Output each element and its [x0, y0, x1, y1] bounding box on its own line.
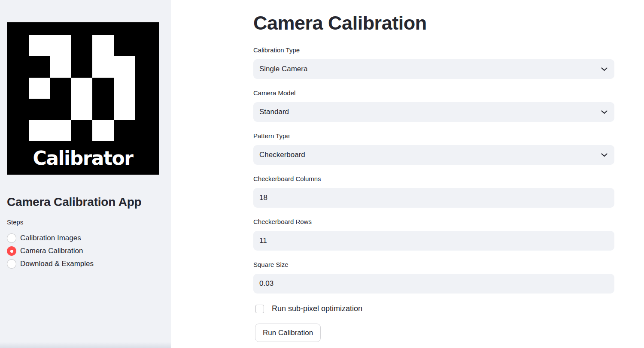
selected-value: Standard — [259, 108, 289, 116]
field-checkerboard-rows: Checkerboard Rows — [253, 218, 614, 251]
subpixel-checkbox-label[interactable]: Run sub-pixel optimization — [272, 304, 362, 313]
square-size-input[interactable] — [253, 274, 614, 294]
radio-label[interactable]: Download & Examples — [20, 260, 94, 268]
app-window: Calibrator Camera Calibration App Steps … — [0, 0, 644, 348]
field-label: Camera Model — [253, 89, 614, 97]
logo-cell — [92, 78, 113, 99]
logo-cell — [71, 99, 92, 120]
page-title: Camera Calibration — [253, 11, 614, 35]
run-calibration-button[interactable]: Run Calibration — [255, 324, 321, 342]
radio-calibration-images[interactable]: Calibration Images — [7, 232, 164, 245]
subpixel-checkbox[interactable] — [255, 305, 264, 313]
field-label: Calibration Type — [253, 46, 614, 54]
app-logo: Calibrator — [7, 22, 159, 175]
calibration-type-select[interactable]: Single Camera — [253, 59, 614, 79]
logo-cell — [92, 35, 113, 56]
logo-cell — [71, 78, 92, 99]
logo-cell — [29, 56, 50, 77]
logo-cell — [50, 120, 71, 141]
checkerboard-rows-input[interactable] — [253, 231, 614, 251]
selected-value: Single Camera — [259, 65, 307, 73]
logo-cell — [114, 35, 135, 56]
logo-cell — [50, 56, 71, 77]
chevron-down-icon — [601, 67, 608, 71]
logo-cell — [71, 56, 92, 77]
field-label: Checkerboard Rows — [253, 218, 614, 226]
radio-label[interactable]: Camera Calibration — [20, 247, 83, 255]
field-label: Pattern Type — [253, 132, 614, 140]
field-square-size: Square Size — [253, 261, 614, 294]
radio-icon-selected[interactable] — [7, 246, 16, 256]
logo-cell — [114, 99, 135, 120]
radio-icon[interactable] — [7, 259, 16, 269]
chevron-down-icon — [601, 110, 608, 114]
logo-cell — [92, 56, 113, 77]
logo-cell — [114, 78, 135, 99]
logo-cell — [71, 120, 92, 141]
radio-label[interactable]: Calibration Images — [20, 234, 81, 242]
field-calibration-type: Calibration Type Single Camera — [253, 46, 614, 79]
logo-cell — [50, 35, 71, 56]
logo-cell — [29, 78, 50, 99]
field-label: Checkerboard Columns — [253, 175, 614, 183]
chevron-down-icon — [601, 153, 608, 157]
logo-cell — [114, 56, 135, 77]
field-pattern-type: Pattern Type Checkerboard — [253, 132, 614, 165]
field-camera-model: Camera Model Standard — [253, 89, 614, 122]
logo-cell — [29, 120, 50, 141]
camera-model-select[interactable]: Standard — [253, 102, 614, 122]
logo-checker-pattern — [29, 35, 135, 141]
logo-cell — [92, 120, 113, 141]
logo-cell — [92, 99, 113, 120]
main-panel: Camera Calibration Calibration Type Sing… — [171, 0, 644, 348]
radio-icon[interactable] — [7, 233, 16, 243]
subpixel-checkbox-row: Run sub-pixel optimization — [255, 304, 614, 313]
radio-download-examples[interactable]: Download & Examples — [7, 257, 164, 270]
steps-group-label: Steps — [7, 218, 164, 226]
logo-cell — [114, 120, 135, 141]
logo-cell — [50, 99, 71, 120]
selected-value: Checkerboard — [259, 151, 305, 159]
logo-cell — [50, 78, 71, 99]
field-label: Square Size — [253, 261, 614, 269]
sidebar: Calibrator Camera Calibration App Steps … — [0, 0, 171, 348]
steps-radio-group: Calibration Images Camera Calibration Do… — [7, 232, 164, 270]
sidebar-title: Camera Calibration App — [7, 195, 164, 209]
radio-camera-calibration[interactable]: Camera Calibration — [7, 245, 164, 257]
logo-cell — [29, 35, 50, 56]
pattern-type-select[interactable]: Checkerboard — [253, 145, 614, 165]
checkerboard-columns-input[interactable] — [253, 188, 614, 208]
field-checkerboard-columns: Checkerboard Columns — [253, 175, 614, 208]
logo-cell — [71, 35, 92, 56]
logo-cell — [29, 99, 50, 120]
logo-wordmark: Calibrator — [7, 149, 159, 168]
main-content: Camera Calibration Calibration Type Sing… — [253, 11, 614, 342]
